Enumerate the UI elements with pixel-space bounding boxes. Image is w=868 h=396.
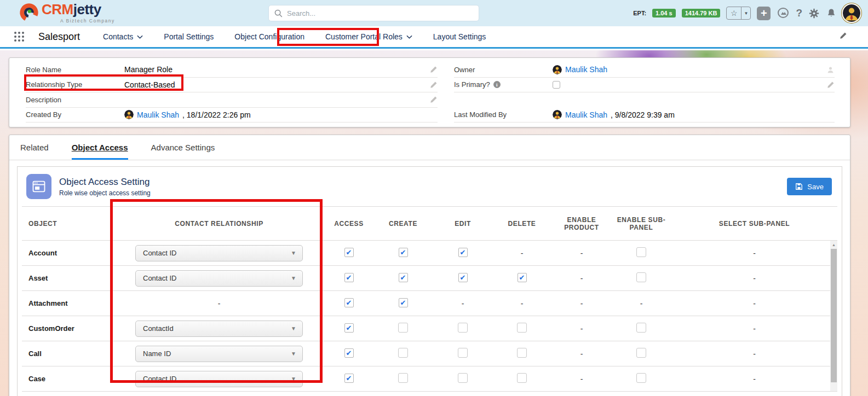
chevron-down-icon: ▼	[291, 351, 296, 357]
relationship-dropdown[interactable]: Contact ID▼	[135, 270, 303, 287]
tab-related[interactable]: Related	[20, 135, 49, 160]
access-checkbox[interactable]	[344, 273, 354, 282]
relationship-dropdown[interactable]: Name ID▼	[135, 346, 303, 362]
enable-sub-panel-cell: -	[611, 291, 671, 316]
edit-checkbox[interactable]	[458, 248, 468, 257]
edit-cell	[434, 316, 492, 341]
edit-cell	[434, 266, 492, 291]
app-name: Salesport	[38, 31, 80, 43]
edit-cell	[434, 341, 492, 366]
edit-cell	[434, 241, 492, 266]
edit-nav-pencil-icon[interactable]	[840, 32, 847, 42]
change-owner-icon[interactable]	[826, 66, 835, 74]
edit-pencil-icon[interactable]	[430, 96, 438, 103]
delete-checkbox[interactable]	[517, 348, 527, 358]
save-button[interactable]: Save	[787, 178, 832, 195]
enable-subpanel-checkbox[interactable]	[636, 323, 646, 333]
nav-item-portal-settings[interactable]: Portal Settings	[164, 32, 214, 41]
app-launcher-icon[interactable]	[14, 32, 24, 42]
tab-object-access[interactable]: Object Access	[72, 135, 128, 160]
relationship-dropdown-value: Contact ID	[143, 274, 176, 282]
favorites-dropdown-icon[interactable]: ▼	[741, 7, 750, 19]
create-checkbox[interactable]	[399, 273, 408, 282]
relationship-cell: Contact ID▼	[113, 241, 325, 266]
edit-checkbox[interactable]	[458, 323, 468, 333]
chevron-down-icon: ▼	[291, 250, 296, 256]
create-checkbox[interactable]	[398, 348, 408, 358]
relationship-dropdown[interactable]: Contact ID▼	[135, 245, 303, 261]
create-checkbox[interactable]	[399, 298, 408, 307]
bell-icon[interactable]	[826, 8, 837, 19]
enable-subpanel-checkbox[interactable]	[636, 247, 646, 257]
edit-cell: -	[434, 291, 492, 316]
chevron-down-icon: ▼	[291, 275, 296, 281]
edit-checkbox[interactable]	[458, 348, 468, 358]
edit-pencil-icon[interactable]	[827, 81, 835, 89]
access-checkbox[interactable]	[344, 348, 354, 358]
help-icon[interactable]: ?	[796, 7, 802, 19]
create-checkbox[interactable]	[398, 323, 408, 333]
create-cell	[372, 241, 434, 266]
enable-subpanel-checkbox[interactable]	[636, 373, 646, 383]
object-cell-label: CustomOrder	[28, 324, 74, 333]
is-primary-checkbox[interactable]	[553, 81, 560, 89]
role-detail-card: Role Name Manager Role Relationship Type…	[9, 57, 850, 127]
nav-item-object-configuration[interactable]: Object Configuration	[234, 32, 304, 41]
relationship-cell: -	[113, 291, 325, 316]
delete-cell: -	[492, 291, 552, 316]
relationship-dropdown[interactable]: ContactId▼	[135, 321, 303, 337]
owner-link[interactable]: Maulik Shah	[565, 65, 607, 74]
field-label: Last Modified By	[454, 110, 553, 119]
nav-item-layout-settings[interactable]: Layout Settings	[433, 32, 486, 41]
delete-checkbox[interactable]	[517, 323, 527, 333]
edit-checkbox[interactable]	[458, 273, 468, 282]
delete-checkbox[interactable]	[518, 273, 527, 282]
created-by-datetime: , 18/1/2022 2:26 pm	[182, 110, 251, 119]
access-cell	[325, 291, 372, 316]
panel-title: Object Access Setting	[59, 177, 151, 188]
delete-cell	[492, 366, 552, 392]
edit-cell	[434, 366, 492, 392]
field-label: Created By	[26, 110, 124, 119]
access-checkbox[interactable]	[344, 298, 354, 307]
access-checkbox[interactable]	[344, 248, 354, 257]
field-label: Relationship Type	[26, 80, 124, 89]
edit-checkbox[interactable]	[458, 373, 468, 383]
user-avatar[interactable]	[843, 4, 860, 22]
logo-text-jetty: jetty	[73, 1, 101, 18]
scrollbar-thumb[interactable]	[831, 249, 837, 382]
scroll-up-arrow[interactable]: ▲	[830, 241, 837, 248]
search-input[interactable]	[287, 9, 473, 18]
nav-item-contacts[interactable]: Contacts	[103, 32, 143, 41]
created-by-link[interactable]: Maulik Shah	[137, 110, 179, 119]
app-navbar: Salesport Contacts Portal Settings Objec…	[0, 26, 868, 49]
table-header-row: OBJECT CONTACT RELATIONSHIP ACCESS CREAT…	[22, 207, 837, 241]
enable-subpanel-checkbox[interactable]	[636, 272, 646, 282]
favorite-star-icon[interactable]: ☆	[727, 7, 741, 19]
nav-item-customer-portal-roles[interactable]: Customer Portal Roles	[325, 32, 412, 41]
gear-icon[interactable]	[808, 8, 820, 19]
info-icon[interactable]: i	[493, 81, 501, 88]
delete-checkbox[interactable]	[517, 373, 527, 383]
field-row-relationship-type: Relationship Type Contact-Based	[26, 78, 438, 93]
enable-sub-panel-cell	[611, 316, 671, 341]
create-checkbox[interactable]	[399, 248, 408, 257]
access-checkbox[interactable]	[344, 374, 354, 383]
record-tabs: Related Object Access Advance Settings	[9, 135, 850, 160]
relationship-dropdown[interactable]: Contact ID▼	[135, 371, 303, 387]
enable-product-cell: -	[552, 366, 611, 392]
tab-advance-settings[interactable]: Advance Settings	[151, 135, 215, 160]
trailhead-icon[interactable]	[777, 7, 790, 20]
enable-subpanel-checkbox[interactable]	[636, 348, 646, 358]
delete-cell	[492, 341, 552, 366]
access-checkbox[interactable]	[344, 323, 354, 333]
create-checkbox[interactable]	[398, 373, 408, 383]
edit-pencil-icon[interactable]	[430, 66, 438, 73]
relationship-cell: Contact ID▼	[113, 266, 325, 291]
save-icon	[795, 183, 803, 190]
edit-pencil-icon[interactable]	[430, 81, 438, 89]
select-sub-panel-cell: -	[671, 316, 837, 341]
access-cell	[325, 366, 372, 392]
last-modified-by-link[interactable]: Maulik Shah	[565, 110, 607, 119]
quick-create-icon[interactable]: +	[757, 7, 771, 20]
